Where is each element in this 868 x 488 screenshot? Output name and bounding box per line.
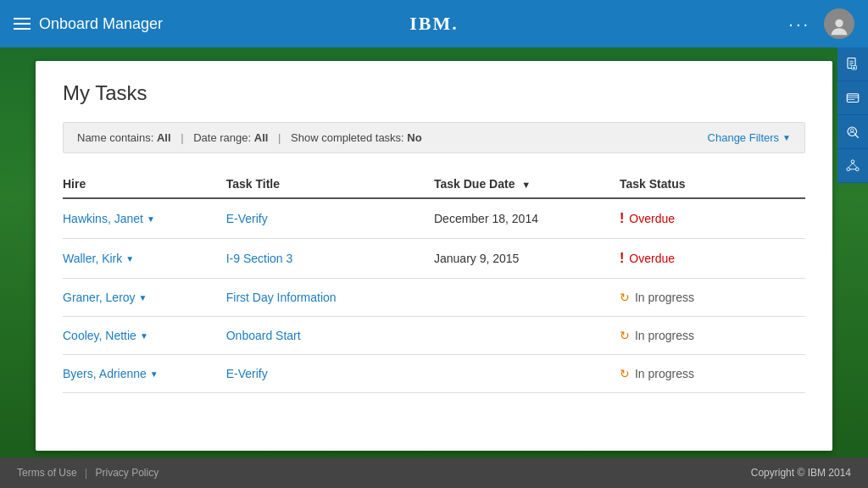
task-due-date (434, 317, 620, 355)
task-title-link[interactable]: I-9 Section 3 (226, 252, 293, 265)
footer-left: Terms of Use | Privacy Policy (17, 467, 159, 479)
svg-line-13 (855, 135, 859, 138)
svg-point-17 (855, 167, 859, 170)
task-status-cell: ↻In progress (620, 279, 805, 317)
filter-completed-label: Show completed tasks: (291, 131, 404, 144)
task-table: Hire Task Title Task Due Date ▼ Task Sta… (63, 170, 805, 393)
svg-point-16 (847, 167, 850, 170)
svg-line-18 (849, 163, 853, 167)
hire-dropdown-arrow: ▼ (147, 214, 155, 224)
task-title-link[interactable]: First Day Information (226, 291, 337, 304)
hire-dropdown-arrow: ▼ (139, 293, 147, 302)
table-row: Cooley, Nettie ▼Onboard Start↻In progres… (63, 317, 805, 355)
status-label: Overdue (629, 252, 675, 265)
table-header-row: Hire Task Title Task Due Date ▼ Task Sta… (63, 170, 805, 198)
hire-dropdown-arrow: ▼ (140, 331, 148, 341)
col-task-title-header: Task Title (226, 170, 434, 198)
filter-sep-2: | (278, 131, 281, 144)
col-status-header: Task Status (620, 170, 805, 198)
hire-name-link[interactable]: Waller, Kirk ▼ (63, 252, 226, 265)
chevron-down-icon: ▼ (782, 133, 791, 142)
task-status-cell: !Overdue (620, 239, 805, 279)
inprogress-icon: ↻ (620, 329, 630, 342)
svg-point-15 (851, 159, 854, 163)
more-options-button[interactable]: ··· (788, 14, 810, 34)
network-icon[interactable] (837, 149, 868, 183)
task-due-date (434, 279, 620, 317)
task-title-link[interactable]: Onboard Start (226, 329, 301, 342)
terms-of-use-link[interactable]: Terms of Use (17, 467, 77, 479)
table-row: Waller, Kirk ▼I-9 Section 3January 9, 20… (63, 239, 805, 279)
change-filters-button[interactable]: Change Filters ▼ (708, 131, 791, 144)
hamburger-menu-icon[interactable] (14, 18, 31, 30)
user-avatar[interactable] (824, 8, 854, 39)
task-due-date: December 18, 2014 (434, 198, 620, 239)
filter-date-label: Date range: (193, 131, 251, 144)
table-row: Hawkins, Janet ▼E-VerifyDecember 18, 201… (63, 198, 805, 239)
filter-bar: Name contains: All | Date range: All | S… (63, 122, 805, 153)
overdue-icon: ! (620, 251, 624, 266)
svg-point-0 (835, 19, 843, 27)
app-header: Onboard Manager IBM. ··· (0, 0, 868, 47)
header-right: ··· (788, 8, 854, 39)
message-icon[interactable] (837, 81, 868, 115)
header-center: IBM. (409, 13, 459, 35)
hire-name-link[interactable]: Graner, Leroy ▼ (63, 291, 226, 304)
table-row: Byers, Adrienne ▼E-Verify↻In progress (63, 355, 805, 393)
hire-dropdown-arrow: ▼ (125, 254, 134, 263)
svg-line-19 (853, 163, 857, 167)
overdue-icon: ! (620, 211, 624, 226)
task-due-date (434, 355, 620, 393)
header-left: Onboard Manager (14, 15, 163, 33)
app-title: Onboard Manager (39, 15, 163, 33)
status-label: In progress (635, 367, 694, 380)
search-people-icon[interactable] (837, 115, 868, 149)
task-status-cell: !Overdue (620, 198, 805, 239)
filter-completed-value: No (407, 131, 421, 144)
status-label: In progress (635, 291, 694, 304)
hire-name-link[interactable]: Cooley, Nettie ▼ (63, 329, 226, 342)
svg-point-14 (850, 128, 854, 131)
sort-arrow-icon: ▼ (521, 180, 531, 190)
col-hire-header: Hire (63, 170, 226, 198)
filter-text: Name contains: All | Date range: All | S… (77, 131, 422, 144)
task-status-cell: ↻In progress (620, 355, 805, 393)
inprogress-icon: ↻ (620, 291, 630, 304)
hire-dropdown-arrow: ▼ (150, 369, 159, 379)
table-row: Graner, Leroy ▼First Day Information↻In … (63, 279, 805, 317)
ibm-logo: IBM. (409, 13, 459, 35)
task-title-link[interactable]: E-Verify (226, 212, 268, 225)
status-label: Overdue (629, 212, 675, 225)
privacy-policy-link[interactable]: Privacy Policy (96, 467, 159, 479)
task-title-link[interactable]: E-Verify (226, 367, 268, 380)
filter-date-value: All (254, 131, 269, 144)
inprogress-icon: ↻ (620, 367, 630, 380)
content-card: My Tasks Name contains: All | Date range… (36, 61, 832, 451)
hire-name-link[interactable]: Byers, Adrienne ▼ (63, 367, 226, 380)
task-due-date: January 9, 2015 (434, 239, 620, 279)
status-label: In progress (635, 329, 694, 342)
right-sidebar (837, 47, 868, 183)
document-icon[interactable] (837, 47, 868, 81)
page-title: My Tasks (63, 81, 805, 105)
task-status-cell: ↻In progress (620, 317, 805, 355)
footer-copyright: Copyright © IBM 2014 (751, 467, 851, 479)
hire-name-link[interactable]: Hawkins, Janet ▼ (63, 212, 226, 225)
filter-name-value: All (157, 131, 171, 144)
col-due-date-header[interactable]: Task Due Date ▼ (434, 170, 620, 198)
filter-sep-1: | (181, 131, 183, 144)
app-footer: Terms of Use | Privacy Policy Copyright … (0, 458, 868, 488)
main-content: My Tasks Name contains: All | Date range… (0, 47, 868, 458)
filter-name-label: Name contains: (77, 131, 153, 144)
footer-sep: | (85, 467, 87, 479)
